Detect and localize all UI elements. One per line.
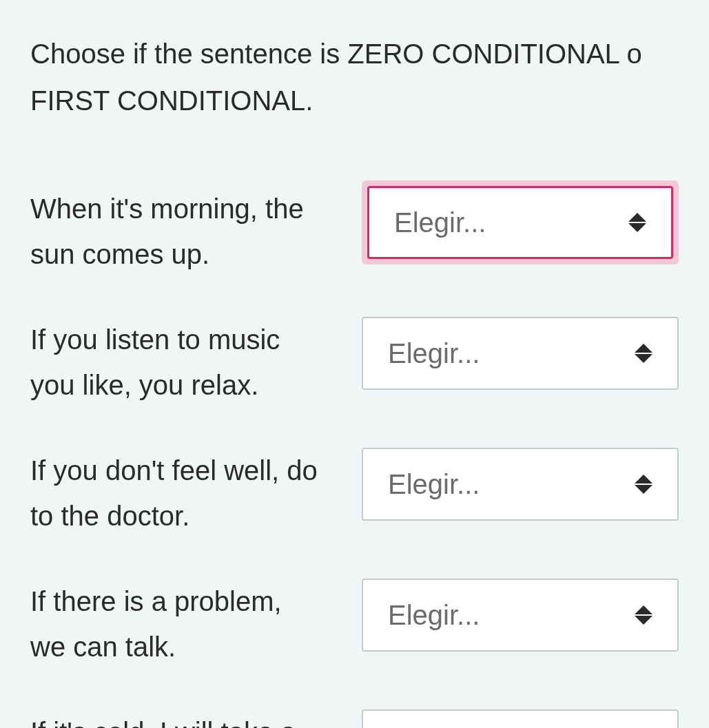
conditional-select[interactable]: Elegir... [362,579,679,652]
question-row: If it's cold, I will take a jacket. Eleg… [30,709,679,728]
question-row: If you listen to music you like, you rel… [30,317,679,408]
sort-arrows-icon [635,344,653,363]
question-prompt: If it's cold, I will take a jacket. [30,709,323,728]
select-wrapper: Elegir... [362,579,679,652]
sort-arrows-icon [628,213,646,232]
conditional-select[interactable]: Elegir... [362,709,679,728]
question-prompt: If there is a problem, we can talk. [30,579,323,669]
select-placeholder-text: Elegir... [388,600,635,631]
conditional-select[interactable]: Elegir... [367,186,673,259]
sort-arrows-icon [635,605,653,625]
question-prompt: When it's morning, the sun comes up. [30,186,323,277]
select-wrapper: Elegir... [362,709,679,728]
question-row: If you don't feel well, do to the doctor… [30,448,679,539]
question-prompt: If you don't feel well, do to the doctor… [30,448,323,539]
select-placeholder-text: Elegir... [388,338,635,369]
sort-arrows-icon [635,475,653,494]
question-row: If there is a problem, we can talk. Eleg… [30,579,679,669]
conditional-select[interactable]: Elegir... [362,448,679,521]
select-placeholder-text: Elegir... [394,207,628,238]
question-row: When it's morning, the sun comes up. Ele… [30,186,679,277]
select-wrapper: Elegir... [362,317,679,390]
select-wrapper: Elegir... [362,448,679,521]
conditional-select[interactable]: Elegir... [362,317,679,390]
question-prompt: If you listen to music you like, you rel… [30,317,323,408]
select-placeholder-text: Elegir... [388,469,635,500]
select-wrapper: Elegir... [362,180,679,264]
instructions-text: Choose if the sentence is ZERO CONDITION… [30,30,679,124]
